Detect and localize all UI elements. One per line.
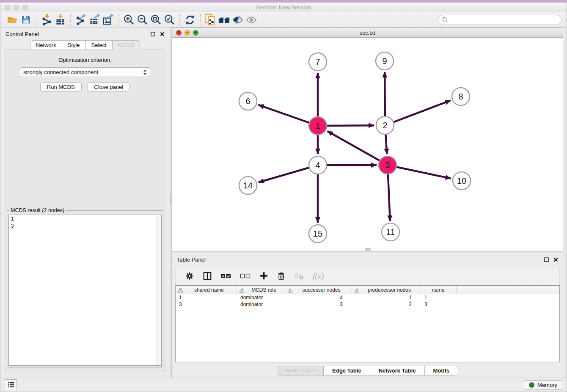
toolbar-separator <box>118 14 118 26</box>
cell-name[interactable]: 1 <box>421 295 457 301</box>
export-image-button[interactable] <box>101 14 115 26</box>
graph-node-11[interactable]: 11 <box>382 223 399 241</box>
cell-successor-nodes[interactable]: 4 <box>285 295 352 301</box>
graph-node-1[interactable]: 1 <box>309 117 327 135</box>
close-window-button[interactable] <box>5 5 10 10</box>
graph-edge-3-1[interactable] <box>328 131 388 165</box>
close-panel-button[interactable]: Close panel <box>88 82 130 92</box>
graph-node-15[interactable]: 15 <box>309 225 327 243</box>
optimization-criterion-dropdown[interactable]: strongly connected component <box>20 67 150 77</box>
table-row[interactable]: 1dominator411 <box>176 294 559 301</box>
cell-name[interactable]: 3 <box>421 301 457 307</box>
cell-shared-name[interactable]: 1 <box>176 295 237 301</box>
graph-edge-1-6[interactable] <box>259 105 318 126</box>
svg-text:8: 8 <box>458 92 463 101</box>
table-settings-button[interactable] <box>185 271 194 281</box>
cell-MCDS-role[interactable]: dominator <box>237 295 285 301</box>
table-tab-motifs[interactable]: Motifs <box>424 366 458 375</box>
close-panel-icon[interactable] <box>160 32 165 36</box>
network-overview-button[interactable] <box>217 14 231 26</box>
column-header-name[interactable]: name <box>421 286 457 294</box>
network-window-titlebar[interactable]: ✕ − + scc.txt <box>172 28 563 38</box>
graph-node-14[interactable]: 14 <box>239 177 257 194</box>
zoom-in-button[interactable] <box>122 14 135 26</box>
zoom-selected-button[interactable] <box>162 14 176 26</box>
result-line: 3 <box>11 223 159 230</box>
main-toolbar <box>0 12 567 28</box>
graph-edge-3-10[interactable] <box>388 165 451 179</box>
zoom-window-button[interactable] <box>22 5 28 10</box>
result-scrollbar[interactable] <box>156 215 161 365</box>
graph-node-6[interactable]: 6 <box>239 92 257 110</box>
graph-edge-2-8[interactable] <box>385 100 451 125</box>
float-panel-icon[interactable] <box>151 32 155 36</box>
search-box[interactable] <box>438 15 561 25</box>
canvas-resize-handle[interactable] <box>365 248 371 251</box>
run-mcds-button[interactable]: Run MCDS <box>40 82 82 92</box>
minimize-network-button[interactable]: − <box>184 30 190 36</box>
column-header-MCDS-role[interactable]: MCDS role <box>237 286 285 294</box>
splitter-handle[interactable] <box>170 193 171 204</box>
dropdown-stepper-icon <box>143 69 147 75</box>
column-header-predecessor-nodes[interactable]: predecessor nodes <box>352 286 421 294</box>
export-table-button[interactable] <box>88 14 101 26</box>
export-table-icon <box>89 14 100 25</box>
session-title: Session: New Session <box>0 4 567 11</box>
network-canvas[interactable]: 7968124314101511 <box>172 38 563 251</box>
show-column-panel-button[interactable] <box>203 271 212 281</box>
column-header-shared-name[interactable]: shared name <box>176 286 237 294</box>
maximize-network-button[interactable]: + <box>193 30 198 36</box>
mcds-result-textarea[interactable]: 13 <box>8 215 162 366</box>
memory-button[interactable]: Memory <box>524 380 562 390</box>
table-tab-network-table[interactable]: Network Table <box>370 366 425 375</box>
column-header-successor-nodes[interactable]: successor nodes <box>285 286 352 294</box>
graph-node-9[interactable]: 9 <box>376 52 394 70</box>
zoom-fit-button[interactable] <box>149 14 162 26</box>
save-floppy-icon <box>21 15 31 25</box>
vertical-splitter[interactable] <box>170 28 172 378</box>
create-column-button[interactable] <box>259 271 268 280</box>
graph-node-8[interactable]: 8 <box>452 88 470 105</box>
save-session-button[interactable] <box>19 14 33 26</box>
clone-network-button[interactable] <box>204 14 217 26</box>
refresh-button[interactable] <box>183 14 197 26</box>
search-input[interactable] <box>451 17 557 23</box>
export-network-button[interactable] <box>74 14 88 26</box>
optimization-criterion-label: Optimization criterion: <box>4 57 166 63</box>
float-table-panel-icon[interactable] <box>544 257 549 262</box>
close-table-panel-icon[interactable] <box>553 257 558 262</box>
window-titlebar[interactable]: Session: New Session <box>0 3 567 12</box>
import-table-button[interactable] <box>53 14 67 26</box>
graph-node-10[interactable]: 10 <box>453 172 471 190</box>
open-session-button[interactable] <box>6 14 19 26</box>
import-network-button[interactable] <box>40 14 53 26</box>
table-row[interactable]: 3dominator323 <box>176 301 559 308</box>
cell-predecessor-nodes[interactable]: 2 <box>352 301 421 307</box>
graph-node-2[interactable]: 2 <box>376 116 394 134</box>
control-tab-network[interactable]: Network <box>30 40 62 50</box>
table-tab-node-table[interactable]: Node Table <box>277 366 324 375</box>
deselect-all-rows-button[interactable] <box>240 273 251 279</box>
control-tab-mcds[interactable]: MCDS <box>112 40 140 50</box>
control-tab-style[interactable]: Style <box>62 40 86 50</box>
function-builder-button-disabled: f(x) <box>313 271 324 281</box>
zoom-out-button[interactable] <box>135 14 149 26</box>
node-table[interactable]: shared nameMCDS rolesuccessor nodesprede… <box>175 285 560 362</box>
cell-MCDS-role[interactable]: dominator <box>237 301 285 307</box>
svg-text:2: 2 <box>383 121 387 130</box>
cell-successor-nodes[interactable]: 3 <box>285 301 352 307</box>
graph-node-4[interactable]: 4 <box>309 156 327 174</box>
close-network-button[interactable]: ✕ <box>176 30 182 36</box>
cell-shared-name[interactable]: 3 <box>176 301 237 307</box>
minimize-window-button[interactable] <box>14 5 19 10</box>
table-tab-edge-table[interactable]: Edge Table <box>323 366 370 375</box>
select-all-rows-button[interactable] <box>220 273 231 279</box>
graph-node-7[interactable]: 7 <box>309 53 327 71</box>
show-panels-list-button[interactable] <box>5 379 17 390</box>
show-graphics-details-button[interactable] <box>245 14 258 26</box>
control-tab-select[interactable]: Select <box>85 40 113 50</box>
cell-predecessor-nodes[interactable]: 1 <box>352 295 421 301</box>
delete-column-button[interactable] <box>277 271 286 281</box>
graph-node-3[interactable]: 3 <box>379 156 396 174</box>
hide-graphics-details-button[interactable] <box>231 14 245 26</box>
